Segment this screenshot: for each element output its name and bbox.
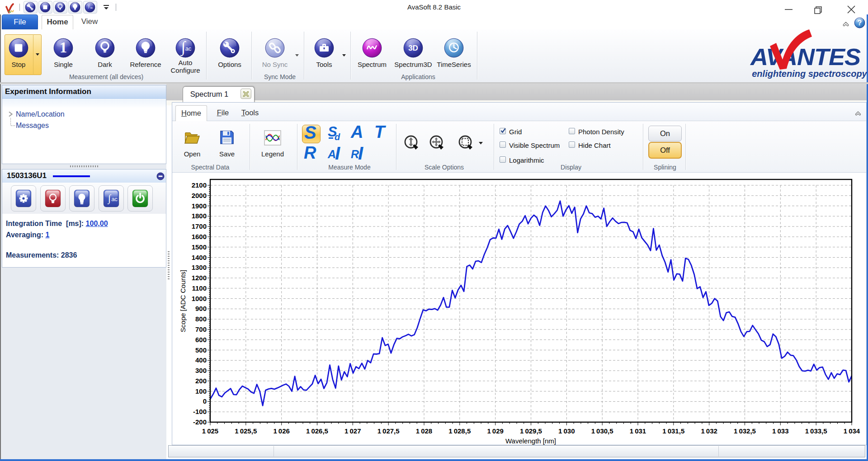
svg-text:1300: 1300 (192, 263, 207, 271)
svg-text:1 026,5: 1 026,5 (306, 427, 328, 435)
svg-text:2000: 2000 (192, 192, 207, 199)
svg-text:1700: 1700 (192, 222, 207, 230)
svg-text:1400: 1400 (192, 254, 207, 261)
svg-text:800: 800 (195, 315, 207, 323)
svg-text:1 032,5: 1 032,5 (734, 427, 756, 435)
svg-text:900: 900 (195, 305, 207, 312)
svg-text:0: 0 (203, 397, 207, 405)
svg-text:1 030: 1 030 (558, 427, 575, 435)
svg-text:1 025,5: 1 025,5 (235, 427, 257, 435)
svg-text:600: 600 (195, 336, 207, 343)
svg-text:1 025: 1 025 (202, 427, 218, 435)
svg-text:1900: 1900 (192, 202, 207, 210)
svg-text:1 028,5: 1 028,5 (448, 427, 471, 435)
svg-text:1600: 1600 (192, 233, 207, 240)
svg-text:1 026: 1 026 (274, 427, 290, 435)
svg-text:1 034: 1 034 (844, 427, 860, 435)
svg-text:1 031,5: 1 031,5 (662, 427, 684, 435)
svg-text:-100: -100 (193, 408, 207, 415)
svg-text:1 031: 1 031 (630, 427, 646, 435)
svg-text:1 029: 1 029 (487, 427, 504, 435)
svg-text:1 030,5: 1 030,5 (591, 427, 613, 435)
svg-text:200: 200 (195, 377, 207, 385)
svg-text:1100: 1100 (192, 284, 207, 292)
svg-text:Wavelength [nm]: Wavelength [nm] (505, 437, 556, 445)
svg-text:300: 300 (195, 367, 207, 374)
svg-text:1200: 1200 (192, 274, 207, 282)
svg-text:1 027: 1 027 (344, 427, 361, 435)
svg-text:1 032: 1 032 (701, 427, 717, 435)
svg-text:-200: -200 (193, 418, 207, 426)
svg-text:Scope [ADC Counts]: Scope [ADC Counts] (179, 270, 187, 332)
svg-text:700: 700 (195, 325, 207, 333)
svg-text:1500: 1500 (192, 243, 207, 251)
svg-text:1 033: 1 033 (772, 427, 788, 435)
svg-text:2100: 2100 (192, 181, 207, 189)
svg-text:1800: 1800 (192, 212, 207, 220)
svg-text:1 028: 1 028 (416, 427, 432, 435)
svg-text:1 027,5: 1 027,5 (377, 427, 400, 435)
svg-text:1 029,5: 1 029,5 (520, 427, 542, 435)
svg-text:500: 500 (195, 346, 207, 354)
svg-text:1000: 1000 (192, 295, 207, 302)
svg-text:400: 400 (195, 356, 207, 364)
svg-text:1 033,5: 1 033,5 (805, 427, 827, 435)
svg-text:100: 100 (195, 387, 207, 395)
